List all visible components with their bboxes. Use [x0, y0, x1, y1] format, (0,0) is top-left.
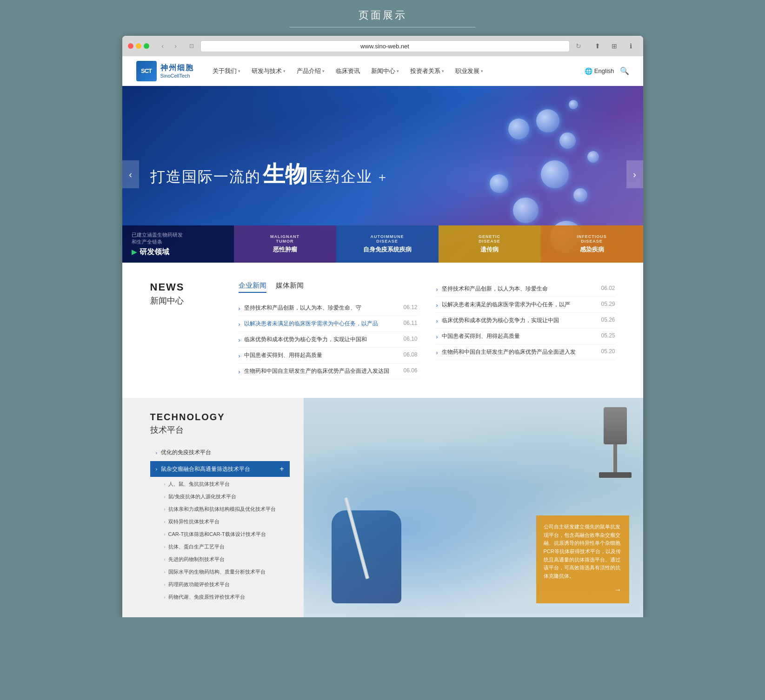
research-area-genetic[interactable]: GENETICDISEASE 遗传病: [439, 225, 541, 263]
close-dot[interactable]: [128, 43, 133, 49]
news-item[interactable]: › 临床优势和成本优势为核心竞争力，实现让中国 05.26: [436, 313, 615, 329]
tech-sub-item-label: CAR-T抗体筛选和CAR-T载体设计技术平台: [168, 531, 266, 538]
tech-sub-item-label: 人、鼠、兔抗抗体技术平台: [168, 481, 230, 488]
dna-ball-8: [490, 174, 508, 193]
tech-sub-item[interactable]: ›药物代谢、免疫原性评价技术平台: [150, 591, 290, 603]
tech-sub-item[interactable]: ›人、鼠、兔抗抗体技术平台: [150, 478, 290, 490]
search-icon[interactable]: 🔍: [620, 66, 629, 75]
dna-ball-2: [559, 132, 576, 149]
news-item-text: 以解决患者未满足的临床医学需求为中心任务，以产品: [244, 320, 396, 328]
tab-view-button[interactable]: ⊡: [186, 41, 197, 51]
news-item[interactable]: › 坚持技术和产品创新，以人为本、珍爱生命 06.02: [436, 281, 615, 297]
nav-link-新闻中心[interactable]: 新闻中心▾: [371, 67, 399, 75]
forward-button[interactable]: ›: [171, 41, 181, 51]
nav-links: 关于我们▾研发与技术▾产品介绍▾临床资讯新闻中心▾投资者关系▾职业发展▾: [213, 67, 585, 75]
nav-right: 🌐 English 🔍: [585, 66, 629, 75]
news-item-date: 05.29: [601, 301, 615, 307]
tech-info-text: 公司自主研发建立领先的鼠单抗发现平台，包含高融合效率杂交瘤交融、抗原诱导的特异性…: [544, 524, 621, 579]
share-button[interactable]: ⬆: [591, 40, 604, 53]
globe-icon: 🌐: [585, 67, 592, 75]
microscope-base: [599, 472, 632, 478]
tech-sub-item[interactable]: ›双特异性抗体技术平台: [150, 515, 290, 528]
news-bullet-icon: ›: [239, 321, 240, 328]
dna-ball-5: [573, 188, 587, 202]
browser-action-buttons: ⬆ ⊞ ℹ: [591, 40, 638, 53]
news-bullet-icon: ›: [436, 318, 438, 324]
news-item[interactable]: › 以解决患者未满足的临床医学需求为中心任务，以严 05.29: [436, 297, 615, 313]
logo-text: 神州细胞 SinoCellTech: [160, 63, 194, 79]
news-item-date: 05.20: [601, 348, 615, 355]
tech-info-box: 公司自主研发建立领先的鼠单抗发现平台，包含高融合效率杂交瘤交融、抗原诱导的特异性…: [536, 515, 629, 603]
chevron-down-icon: ▾: [481, 69, 483, 73]
news-item[interactable]: › 坚持技术和产品创新，以人为本、珍爱生命、守 06.12: [239, 300, 418, 316]
tech-item-expand-icon[interactable]: +: [279, 465, 284, 473]
tech-sub-bullet-icon: ›: [164, 482, 166, 487]
dna-ball-10: [569, 100, 578, 109]
tech-sub-item[interactable]: ›国际水平的生物药结构、质量分析技术平台: [150, 566, 290, 578]
site-navigation: SCT 神州细胞 SinoCellTech 关于我们▾研发与技术▾产品介绍▾临床…: [122, 56, 643, 86]
tech-sub-bullet-icon: ›: [164, 582, 166, 587]
tech-sub-item[interactable]: ›CAR-T抗体筛选和CAR-T载体设计技术平台: [150, 528, 290, 541]
language-switcher[interactable]: 🌐 English: [585, 67, 614, 75]
tech-item[interactable]: ›优化的免疫技术平台: [150, 445, 290, 460]
research-area-malignant-tumor[interactable]: MALIGNANTTUMOR 恶性肿瘤: [234, 225, 336, 263]
news-bullet-icon: ›: [239, 369, 240, 375]
dna-ball-4: [541, 160, 569, 188]
news-item[interactable]: › 临床优势和成本优势为核心竞争力，实现让中国和 06.10: [239, 332, 418, 348]
research-arrow-icon: ▶: [132, 248, 137, 256]
research-area-autoimmune[interactable]: AUTOIMMUNEDISEASE 自身免疫系统疾病: [336, 225, 439, 263]
hero-text: 打造国际一流的 生物 医药企业 +: [150, 159, 386, 189]
tech-sub-item-label: 抗体亲和力成熟和抗体结构模拟及优化技术平台: [168, 506, 276, 513]
logo[interactable]: SCT 神州细胞 SinoCellTech: [136, 61, 194, 81]
tech-right-panel: 公司自主研发建立领先的鼠单抗发现平台，包含高融合效率杂交瘤交融、抗原诱导的特异性…: [304, 398, 643, 617]
reload-button[interactable]: ↻: [573, 41, 584, 51]
tech-sub-item[interactable]: ›抗体、蛋白生产工艺平台: [150, 541, 290, 553]
news-bullet-icon: ›: [436, 286, 438, 293]
research-tag-infectious: INFECTIOUSDISEASE: [577, 234, 607, 244]
news-item[interactable]: › 中国患者买得到、用得起高质量 06.08: [239, 348, 418, 363]
microscope-decoration: [597, 407, 634, 472]
nav-link-临床资讯[interactable]: 临床资讯: [336, 67, 360, 75]
news-item[interactable]: › 以解决患者未满足的临床医学需求为中心任务，以产品 06.11: [239, 316, 418, 332]
tech-sub-item[interactable]: ›药理药效功能评价技术平台: [150, 578, 290, 591]
maximize-dot[interactable]: [144, 43, 149, 49]
nav-link-产品介绍[interactable]: 产品介绍▾: [297, 67, 325, 75]
browser-nav-buttons: ‹ ›: [158, 41, 181, 51]
news-item[interactable]: › 中国患者买得到、用得起高质量 05.25: [436, 329, 615, 344]
tab-company-news[interactable]: 企业新闻: [239, 281, 266, 293]
news-item-text: 坚持技术和产品创新，以人为本、珍爱生命、守: [244, 304, 396, 312]
tech-sub-item[interactable]: ›先进的药物制剂技术平台: [150, 553, 290, 566]
news-item-date: 06.11: [403, 320, 417, 326]
news-item-date: 06.12: [403, 304, 417, 310]
news-bullet-icon: ›: [239, 353, 240, 359]
tech-item[interactable]: ›鼠杂交瘤融合和高通量筛选技术平台+: [150, 461, 290, 477]
research-area-infectious[interactable]: INFECTIOUSDISEASE 感染疾病: [541, 225, 643, 263]
research-tag-autoimmune: AUTOIMMUNEDISEASE: [371, 234, 404, 244]
tech-sub-bullet-icon: ›: [164, 532, 166, 537]
news-item[interactable]: › 生物药和中国自主研发生产的临床优势产品全面进入发 05.20: [436, 344, 615, 360]
hero-next-button[interactable]: ›: [626, 160, 643, 188]
nav-link-职业发展[interactable]: 职业发展▾: [455, 67, 483, 75]
tech-item-label: 优化的免疫技术平台: [161, 449, 211, 456]
tab-media-news[interactable]: 媒体新闻: [276, 281, 304, 293]
hero-section: 打造国际一流的 生物 医药企业 + ‹ › 已建立涵盖生物药研发和生产全链条 ▶…: [122, 86, 643, 263]
news-bullet-icon: ›: [436, 350, 438, 356]
minimize-dot[interactable]: [136, 43, 141, 49]
address-bar[interactable]: www.sino-web.net: [200, 40, 570, 52]
extensions-button[interactable]: ℹ: [625, 40, 638, 53]
nav-link-关于我们[interactable]: 关于我们▾: [213, 67, 240, 75]
back-button[interactable]: ‹: [158, 41, 168, 51]
news-col1-items: › 坚持技术和产品创新，以人为本、珍爱生命、守 06.12 › 以解决患者未满足…: [239, 300, 418, 379]
dna-ball-6: [513, 198, 539, 223]
news-header: NEWS 新闻中心: [150, 281, 220, 379]
nav-link-投资者关系[interactable]: 投资者关系▾: [410, 67, 444, 75]
tech-sub-bullet-icon: ›: [164, 520, 166, 524]
nav-link-研发与技术[interactable]: 研发与技术▾: [252, 67, 286, 75]
news-item[interactable]: › 生物药和中国自主研发生产的临床优势产品全面进入发达国 06.06: [239, 363, 418, 379]
new-tab-button[interactable]: ⊞: [608, 40, 621, 53]
news-item-text: 中国患者买得到、用得起高质量: [442, 332, 594, 340]
tech-sub-item[interactable]: ›鼠/免疫抗体的人源化技术平台: [150, 490, 290, 503]
news-bullet-icon: ›: [239, 305, 240, 312]
tech-sub-item[interactable]: ›抗体亲和力成熟和抗体结构模拟及优化技术平台: [150, 503, 290, 515]
tech-label-en: TECHNOLOGY: [150, 412, 290, 423]
